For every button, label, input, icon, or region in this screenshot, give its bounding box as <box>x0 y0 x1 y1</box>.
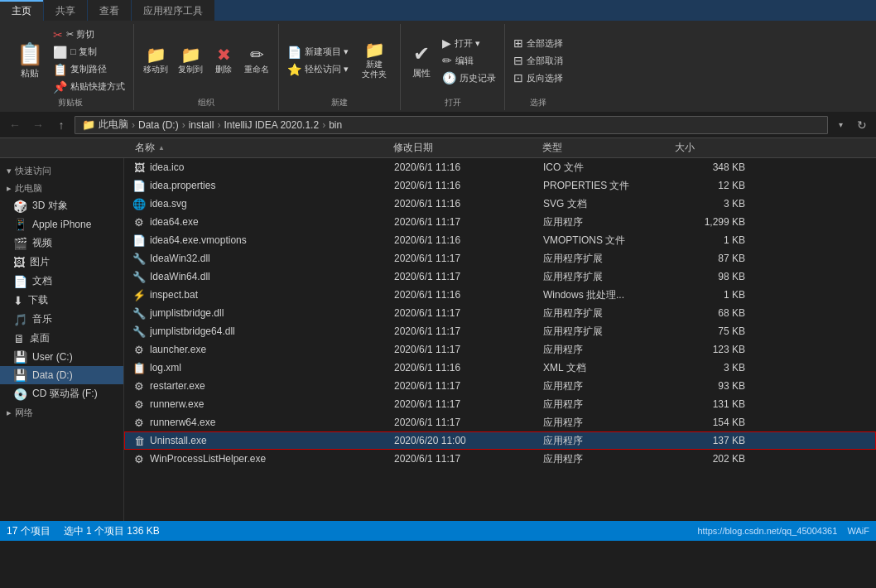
file-date: 2020/6/1 11:17 <box>394 417 543 428</box>
delete-button[interactable]: ✖ 删除 <box>209 44 238 77</box>
col-header-date[interactable]: 修改日期 <box>393 141 542 155</box>
file-size: 123 KB <box>676 344 758 355</box>
sidebar-item-videos[interactable]: 🎬 视频 <box>0 234 123 253</box>
table-row[interactable]: 📄 idea.properties 2020/6/1 11:16 PROPERT… <box>124 176 876 195</box>
table-row[interactable]: 🔧 jumplistbridge64.dll 2020/6/1 11:17 应用… <box>124 322 876 340</box>
sidebar-item-data-d[interactable]: 💾 Data (D:) <box>0 366 123 384</box>
new-folder-button[interactable]: 📁 新建文件夹 <box>354 39 395 82</box>
tab-view[interactable]: 查看 <box>88 0 131 21</box>
refresh-button[interactable]: ↻ <box>853 116 871 134</box>
file-type: XML 文档 <box>543 361 676 375</box>
table-row[interactable]: 📋 log.xml 2020/6/1 11:16 XML 文档 3 KB <box>124 359 876 377</box>
table-row[interactable]: 🖼 idea.ico 2020/6/1 11:16 ICO 文件 348 KB <box>124 158 876 176</box>
history-button[interactable]: 🕐 历史记录 <box>439 70 499 86</box>
documents-icon: 📄 <box>13 275 27 288</box>
file-type: 应用程序 <box>543 379 676 393</box>
chevron-right-icon-2: ▸ <box>7 407 12 418</box>
path-bin[interactable]: bin <box>329 119 342 131</box>
table-row[interactable]: ⚙ WinProcessListHelper.exe 2020/6/1 11:1… <box>124 450 876 468</box>
easy-access-button[interactable]: ⭐ 轻松访问 ▾ <box>284 61 352 78</box>
address-dropdown-button[interactable]: ▾ <box>831 116 850 134</box>
copy-path-button[interactable]: 📋 复制路径 <box>50 61 128 78</box>
sidebar-item-music[interactable]: 🎵 音乐 <box>0 310 123 329</box>
drive-c-icon: 💾 <box>13 350 27 364</box>
rename-button[interactable]: ✏ 重命名 <box>240 44 273 77</box>
file-type: 应用程序 <box>543 215 676 229</box>
ribbon-tabs[interactable]: 主页 共享 查看 应用程序工具 <box>0 0 876 21</box>
cut-button[interactable]: ✂ ✂ 剪切 <box>50 27 128 43</box>
file-name: runnerw.exe <box>150 398 394 410</box>
file-size: 68 KB <box>676 307 758 319</box>
edit-button[interactable]: ✏ 编辑 <box>439 52 499 69</box>
path-install[interactable]: install <box>189 119 214 131</box>
properties-button[interactable]: ✔ 属性 <box>406 39 437 83</box>
status-left: 17 个项目 选中 1 个项目 136 KB <box>7 524 160 538</box>
table-row[interactable]: ⚙ runnerw64.exe 2020/6/1 11:17 应用程序 154 … <box>124 413 876 431</box>
table-row[interactable]: 🗑 Uninstall.exe 2020/6/20 11:00 应用程序 137… <box>124 431 876 450</box>
this-pc-header[interactable]: ▸ 此电脑 <box>0 179 123 196</box>
sidebar-item-downloads[interactable]: ⬇ 下载 <box>0 291 123 310</box>
file-name: inspect.bat <box>150 289 394 301</box>
col-header-size[interactable]: 大小 <box>675 141 758 155</box>
file-list[interactable]: 🖼 idea.ico 2020/6/1 11:16 ICO 文件 348 KB … <box>124 158 876 521</box>
tab-tools[interactable]: 应用程序工具 <box>132 0 214 21</box>
sidebar-item-documents[interactable]: 📄 文档 <box>0 272 123 291</box>
file-icon: 📄 <box>132 234 147 247</box>
sidebar-item-apple-iphone[interactable]: 📱 Apple iPhone <box>0 215 123 234</box>
table-row[interactable]: ⚡ inspect.bat 2020/6/1 11:16 Windows 批处理… <box>124 286 876 304</box>
file-icon: 📄 <box>132 180 147 192</box>
tab-share[interactable]: 共享 <box>44 0 87 21</box>
rename-icon: ✏ <box>250 46 264 63</box>
table-row[interactable]: 🌐 idea.svg 2020/6/1 11:16 SVG 文档 3 KB <box>124 195 876 213</box>
table-row[interactable]: 🔧 jumplistbridge.dll 2020/6/1 11:17 应用程序… <box>124 304 876 322</box>
select-all-button[interactable]: ⊞ 全部选择 <box>510 35 566 51</box>
table-row[interactable]: ⚙ launcher.exe 2020/6/1 11:17 应用程序 123 K… <box>124 340 876 359</box>
copy-to-button[interactable]: 📁 复制到 <box>174 44 207 77</box>
file-name: jumplistbridge.dll <box>150 307 394 319</box>
table-row[interactable]: 📄 idea64.exe.vmoptions 2020/6/1 11:16 VM… <box>124 231 876 249</box>
copy-icon: ⬜ <box>53 46 67 59</box>
sidebar-item-cd-drive[interactable]: 💿 CD 驱动器 (F:) <box>0 384 123 403</box>
back-button[interactable]: ← <box>5 115 25 135</box>
table-row[interactable]: 🔧 IdeaWin64.dll 2020/6/1 11:17 应用程序扩展 98… <box>124 267 876 286</box>
copy-button[interactable]: ⬜ □ 复制 <box>50 44 128 60</box>
file-name: IdeaWin32.dll <box>150 253 394 264</box>
open-button[interactable]: ▶ 打开 ▾ <box>439 35 499 51</box>
folder-nav-icon: 📁 <box>82 118 95 131</box>
sidebar-item-desktop[interactable]: 🖥 桌面 <box>0 329 123 348</box>
path-idea[interactable]: IntelliJ IDEA 2020.1.2 <box>224 119 319 131</box>
address-path[interactable]: 📁 此电脑 › Data (D:) › install › IntelliJ I… <box>75 116 828 134</box>
network-header[interactable]: ▸ 网络 <box>0 403 123 421</box>
up-button[interactable]: ↑ <box>51 115 71 135</box>
table-row[interactable]: ⚙ restarter.exe 2020/6/1 11:17 应用程序 93 K… <box>124 377 876 395</box>
invert-selection-button[interactable]: ⊡ 反向选择 <box>510 70 566 86</box>
file-date: 2020/6/20 11:00 <box>394 435 543 446</box>
forward-button[interactable]: → <box>28 115 48 135</box>
paste-shortcut-button[interactable]: 📌 粘贴快捷方式 <box>50 79 128 95</box>
deselect-all-button[interactable]: ⊟ 全部取消 <box>510 52 566 69</box>
paste-button[interactable]: 📋 粘贴 <box>12 39 48 82</box>
sidebar-item-pictures[interactable]: 🖼 图片 <box>0 253 123 272</box>
file-date: 2020/6/1 11:17 <box>394 216 543 228</box>
selected-info: 选中 1 个项目 136 KB <box>64 524 160 538</box>
table-row[interactable]: ⚙ runnerw.exe 2020/6/1 11:17 应用程序 131 KB <box>124 395 876 413</box>
path-data-d[interactable]: Data (D:) <box>138 119 179 131</box>
table-row[interactable]: ⚙ idea64.exe 2020/6/1 11:17 应用程序 1,299 K… <box>124 213 876 231</box>
file-date: 2020/6/1 11:16 <box>394 161 543 173</box>
file-name: IdeaWin64.dll <box>150 271 394 282</box>
col-header-type[interactable]: 类型 <box>542 141 675 155</box>
paste-icon: 📋 <box>17 41 43 67</box>
tab-home[interactable]: 主页 <box>0 0 43 21</box>
sidebar-item-user-c[interactable]: 💾 User (C:) <box>0 348 123 366</box>
quick-access-header[interactable]: ▾ 快速访问 <box>0 161 123 179</box>
new-item-button[interactable]: 📄 新建项目 ▾ <box>284 44 352 60</box>
path-pc[interactable]: 此电脑 <box>99 118 128 132</box>
sidebar-item-3d[interactable]: 🎲 3D 对象 <box>0 196 123 215</box>
sidebar: ▾ 快速访问 ▸ 此电脑 🎲 3D 对象 📱 Apple iPhone 🎬 视频… <box>0 158 124 521</box>
column-headers: 名称 ▲ 修改日期 类型 大小 <box>0 138 876 158</box>
table-row[interactable]: 🔧 IdeaWin32.dll 2020/6/1 11:17 应用程序扩展 87… <box>124 249 876 267</box>
ribbon: 📋 粘贴 ✂ ✂ 剪切 ⬜ □ 复制 📋 复制路径 <box>0 21 876 112</box>
file-type: 应用程序 <box>543 416 676 430</box>
col-header-name[interactable]: 名称 ▲ <box>128 141 393 155</box>
move-to-button[interactable]: 📁 移动到 <box>139 44 172 77</box>
